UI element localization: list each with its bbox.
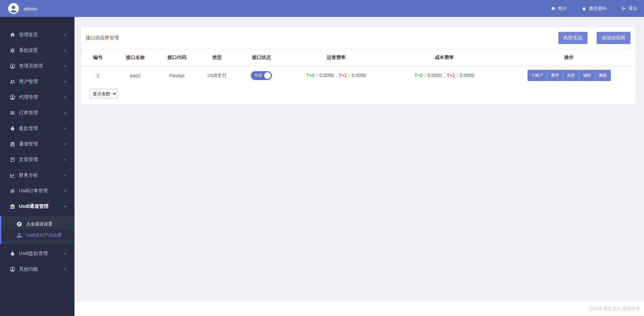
sidebar-subitem-label: 入金渠道设置	[26, 221, 52, 227]
money-bag-icon	[9, 251, 15, 256]
sidebar-item-label: 系统设置	[19, 47, 38, 54]
sidebar-item-label: 用户管理	[19, 79, 38, 85]
delete-button[interactable]: 删除	[595, 70, 611, 81]
toggle-knob	[264, 72, 271, 79]
chevron-left-icon	[64, 142, 67, 146]
rate-button[interactable]: 费率	[548, 70, 563, 81]
page-size-select[interactable]: 显示条数	[90, 89, 117, 98]
sidebar-item-label: 文章管理	[19, 157, 38, 163]
chevron-left-icon	[64, 189, 67, 193]
status-toggle[interactable]: 开启	[251, 71, 272, 80]
toggle-label: 开启	[254, 73, 262, 78]
user-circle-icon	[9, 95, 15, 100]
sidebar-subitem-deposit-channel-settings[interactable]: 入金渠道设置	[1, 218, 74, 230]
money-bag-icon	[9, 126, 15, 131]
table-header-row: 编号接口名称接口代码类型接口状态运营费率成本费率操作	[81, 49, 636, 66]
sidebar-item-withdraw-manage[interactable]: 提款管理	[0, 121, 74, 136]
sidebar-item-usdt-withdraw-manage[interactable]: Usdt提款管理	[0, 246, 74, 261]
sidebar-item-user-manage[interactable]: 用户管理	[0, 74, 74, 90]
sidebar-item-label: 管理首页	[19, 32, 38, 38]
col-header: 接口名称	[114, 49, 156, 66]
sidebar-item-admin-manage[interactable]: 管理员管理	[0, 58, 74, 74]
sidebar-item-label: 通道管理	[19, 141, 38, 147]
chevron-left-icon	[64, 174, 67, 177]
card-header: 接口供应商管理 风控实况添加供应商	[81, 27, 636, 49]
topbar-link-label: 退出	[628, 5, 637, 12]
col-header: 成本费率	[386, 49, 502, 66]
sidebar-item-label: 代理管理	[19, 94, 38, 100]
risk-button[interactable]: 风控	[563, 70, 579, 81]
sidebar-item-order-manage[interactable]: 订单管理	[0, 105, 74, 121]
cell-type: Usdt支付	[198, 66, 237, 85]
user-avatar-icon	[8, 3, 19, 14]
sidebar-item-system-settings[interactable]: 系统设置	[0, 43, 74, 58]
user-circle-icon	[9, 63, 15, 69]
topbar-link-label: 前台	[558, 5, 567, 12]
p-circle-icon	[16, 221, 22, 227]
topbar-link-logout[interactable]: 退出	[621, 5, 637, 12]
chart-line-icon	[9, 173, 15, 178]
sidebar-item-usdt-channel-manage[interactable]: Usdt通道管理	[0, 199, 74, 214]
copyright-text: ©2018 聚合支付 版权所有	[589, 306, 640, 312]
col-header: 运营费率	[286, 49, 386, 66]
username: admin	[23, 6, 37, 12]
sitemap-icon	[16, 233, 22, 238]
chevron-left-icon	[64, 111, 67, 115]
lock-icon	[582, 6, 586, 11]
home-icon	[551, 6, 556, 11]
page-footer: ©2018 聚合支付 版权所有	[74, 301, 644, 316]
chevron-down-icon	[64, 205, 67, 208]
chevron-left-icon	[64, 96, 67, 99]
sub-account-button[interactable]: 子账户	[528, 70, 548, 81]
sidebar-item-finance-analysis[interactable]: 财务分析	[0, 167, 74, 183]
add-supplier-button[interactable]: 添加供应商	[597, 32, 630, 44]
chevron-left-icon	[64, 158, 67, 161]
sidebar: 管理首页系统设置管理员管理用户管理代理管理订单管理提款管理通道管理文章管理财务分…	[0, 17, 74, 316]
chevron-left-icon	[64, 252, 67, 255]
user-circle-icon	[9, 266, 15, 272]
book-icon	[9, 157, 15, 162]
sidebar-item-other-functions[interactable]: 其他功能	[0, 261, 74, 277]
submenu-usdt-channel-manage: 入金渠道设置Usdt支付产品设置	[0, 216, 74, 244]
fee-t1-value: ：0.0000	[347, 73, 366, 78]
sidebar-item-label: 财务分析	[19, 172, 38, 178]
sidebar-item-usdt-order-manage[interactable]: Usdt订单管理	[0, 183, 74, 199]
users-icon	[9, 79, 15, 84]
fee-t0-label: T+0	[306, 73, 315, 78]
chevron-left-icon	[64, 127, 67, 130]
supplier-card: 接口供应商管理 风控实况添加供应商 编号接口名称接口代码类型接口状态运营费率成本…	[81, 27, 636, 104]
edit-button[interactable]: 编辑	[579, 70, 595, 81]
sidebar-item-channel-manage[interactable]: 通道管理	[0, 136, 74, 152]
chevron-left-icon	[64, 33, 67, 37]
col-header: 编号	[81, 49, 114, 66]
topbar-links: 前台修改密码退出	[551, 5, 644, 12]
col-header: 接口状态	[236, 49, 286, 66]
fee-t0-label: T+0	[414, 73, 423, 78]
bank-icon	[9, 204, 15, 209]
home-icon	[9, 32, 15, 38]
table-row: 2pao2PaoApiUsdt支付开启T+0：0.0000，T+1：0.0000…	[81, 66, 636, 85]
chevron-left-icon	[64, 64, 67, 68]
topbar-user[interactable]: admin	[0, 3, 37, 14]
col-header: 接口代码	[156, 49, 198, 66]
list-icon	[9, 110, 15, 116]
sidebar-item-label: Usdt提款管理	[19, 251, 48, 257]
sidebar-subitem-label: Usdt支付产品设置	[26, 232, 62, 238]
topbar-link-change-password[interactable]: 修改密码	[582, 5, 606, 12]
topbar-link-frontend[interactable]: 前台	[551, 5, 567, 12]
sidebar-item-manage-home[interactable]: 管理首页	[0, 27, 74, 43]
risk-live-button[interactable]: 风控实况	[558, 32, 587, 44]
sidebar-item-label: 其他功能	[19, 266, 38, 272]
cell-name: pao2	[114, 66, 156, 85]
sign-out-icon	[621, 6, 626, 11]
row-action-group: 子账户费率风控编辑删除	[528, 70, 611, 81]
sidebar-item-label: 管理员管理	[19, 63, 43, 69]
fee-t1-label: T+1	[447, 73, 455, 78]
page-title: 接口供应商管理	[86, 35, 119, 41]
cell-code: PaoApi	[156, 66, 198, 85]
sidebar-item-article-manage[interactable]: 文章管理	[0, 152, 74, 167]
sidebar-subitem-usdt-pay-product-settings[interactable]: Usdt支付产品设置	[1, 230, 74, 241]
sidebar-item-agent-manage[interactable]: 代理管理	[0, 90, 74, 105]
card-actions: 风控实况添加供应商	[558, 32, 630, 44]
fee-t0-value: ：0.0000，	[315, 73, 339, 78]
